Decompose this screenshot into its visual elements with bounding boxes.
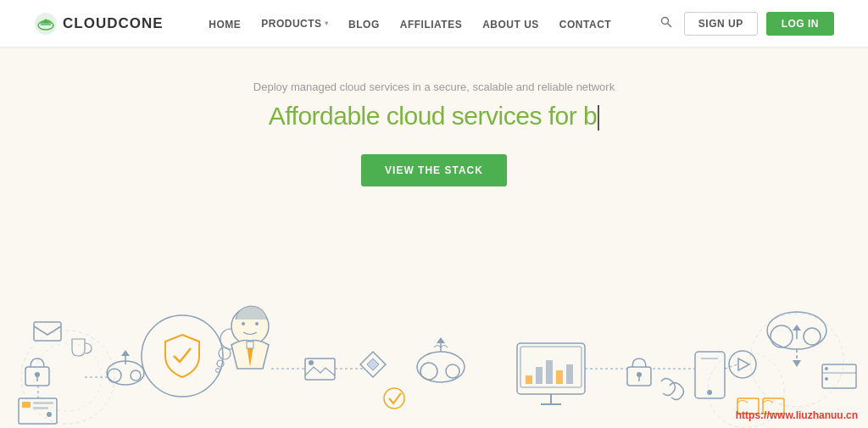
- svg-point-65: [825, 367, 828, 370]
- search-button[interactable]: [657, 13, 676, 34]
- search-icon: [660, 16, 672, 28]
- logo[interactable]: CLOUDCONE: [34, 12, 164, 36]
- svg-point-22: [142, 315, 223, 397]
- svg-rect-11: [22, 402, 31, 408]
- svg-point-66: [825, 377, 828, 381]
- svg-point-8: [35, 372, 40, 377]
- nav-item-blog[interactable]: BLOG: [348, 16, 380, 31]
- svg-point-28: [242, 322, 245, 325]
- nav-links: HOME PRODUCTS ▾ BLOG AFFILIATES ABOUT US…: [209, 16, 611, 31]
- login-button[interactable]: LOG IN: [766, 12, 834, 36]
- navbar: CLOUDCONE HOME PRODUCTS ▾ BLOG AFFILIATE…: [0, 0, 868, 47]
- svg-rect-43: [536, 367, 542, 384]
- logo-icon: [34, 12, 58, 36]
- nav-item-about[interactable]: ABOUT US: [482, 16, 539, 31]
- svg-point-14: [47, 412, 52, 417]
- watermark-link[interactable]: https://www.liuzhanuu.cn: [736, 409, 858, 421]
- svg-point-39: [384, 388, 404, 409]
- nav-link-affiliates[interactable]: AFFILIATES: [400, 19, 462, 31]
- svg-point-56: [771, 325, 793, 347]
- svg-rect-21: [34, 322, 61, 341]
- svg-point-2: [661, 18, 668, 25]
- nav-actions: SIGN UP LOG IN: [657, 12, 834, 36]
- nav-link-products[interactable]: PRODUCTS ▾: [261, 18, 328, 30]
- svg-point-17: [107, 361, 144, 385]
- logo-text: CLOUDCONE: [63, 15, 164, 32]
- svg-point-26: [216, 369, 220, 373]
- svg-rect-46: [566, 364, 573, 384]
- svg-point-60: [729, 351, 756, 378]
- chevron-down-icon: ▾: [325, 19, 329, 27]
- svg-point-50: [637, 372, 642, 377]
- nav-link-home[interactable]: HOME: [209, 19, 241, 31]
- svg-line-3: [667, 24, 671, 28]
- svg-rect-12: [33, 402, 53, 404]
- svg-point-36: [420, 363, 437, 380]
- nav-link-blog[interactable]: BLOG: [348, 19, 380, 31]
- hero-section: Deploy managed cloud services in a secur…: [0, 47, 868, 428]
- nav-link-about[interactable]: ABOUT US: [482, 19, 539, 31]
- cta-button[interactable]: VIEW THE STACK: [361, 154, 507, 186]
- svg-rect-45: [556, 370, 563, 384]
- svg-point-57: [804, 328, 821, 345]
- svg-point-33: [309, 360, 314, 365]
- svg-line-69: [725, 364, 737, 369]
- svg-point-19: [131, 370, 141, 381]
- svg-rect-42: [526, 375, 532, 384]
- svg-rect-13: [33, 407, 48, 409]
- nav-item-contact[interactable]: CONTACT: [559, 16, 611, 31]
- signup-button[interactable]: SIGN UP: [684, 12, 758, 36]
- svg-point-24: [219, 347, 231, 359]
- svg-rect-44: [546, 360, 553, 384]
- svg-rect-30: [247, 342, 253, 348]
- svg-point-29: [255, 322, 259, 325]
- nav-link-contact[interactable]: CONTACT: [559, 19, 611, 31]
- hero-title: Affordable cloud services for b: [269, 102, 600, 131]
- hero-subtitle: Deploy managed cloud services in a secur…: [253, 81, 615, 93]
- nav-item-affiliates[interactable]: AFFILIATES: [400, 16, 462, 31]
- nav-item-products[interactable]: PRODUCTS ▾: [261, 18, 328, 30]
- nav-item-home[interactable]: HOME: [209, 16, 241, 31]
- text-cursor: [598, 105, 599, 131]
- svg-point-37: [446, 364, 459, 378]
- hero-illustration: [0, 242, 868, 428]
